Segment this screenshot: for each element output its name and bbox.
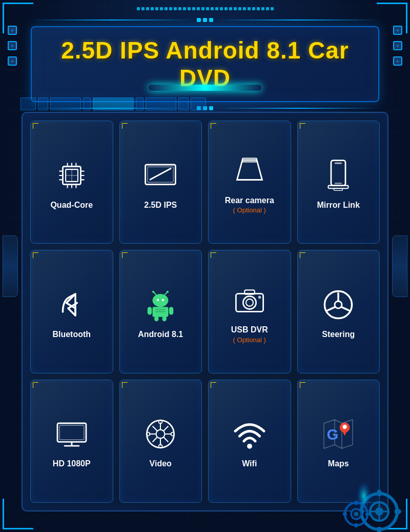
hd1080p-label: HD 1080P (53, 459, 91, 468)
feature-android[interactable]: Android 8.1 (119, 250, 202, 373)
svg-rect-52 (59, 425, 84, 440)
svg-rect-40 (155, 311, 166, 312)
svg-point-29 (152, 291, 154, 293)
feature-hd1080p[interactable]: HD 1080P (30, 380, 113, 503)
right-handle (392, 235, 407, 297)
left-handle (3, 235, 18, 297)
quad-core-label: Quad-Core (50, 200, 93, 210)
rear-camera-sublabel: ( Optional ) (233, 206, 266, 214)
android-label: Android 8.1 (138, 329, 183, 339)
svg-marker-19 (237, 160, 262, 180)
svg-point-43 (246, 299, 253, 306)
right-bolts (393, 26, 402, 66)
svg-line-50 (341, 307, 349, 310)
left-bolts (8, 26, 17, 66)
feature-bluetooth[interactable]: Bluetooth (30, 250, 113, 373)
steering-icon (318, 284, 359, 325)
tech-bar (20, 97, 389, 110)
svg-point-31 (167, 291, 169, 293)
android-icon (140, 284, 181, 325)
corner-decoration-tl (3, 3, 33, 33)
ips-label: 2.5D IPS (144, 200, 177, 210)
usb-dvr-sublabel: ( Optional ) (233, 336, 266, 344)
svg-line-18 (150, 168, 171, 180)
bluetooth-icon (51, 284, 92, 325)
svg-rect-92 (355, 523, 358, 527)
svg-line-62 (163, 437, 169, 442)
svg-rect-36 (169, 307, 173, 314)
svg-point-90 (354, 512, 358, 516)
svg-point-75 (343, 425, 347, 429)
mirror-link-label: Mirror Link (317, 200, 360, 210)
svg-rect-93 (343, 513, 347, 516)
camera-rear-icon (229, 150, 270, 191)
video-label: Video (150, 459, 172, 468)
page-title: 2.5D IPS Android 8.1 Car DVD (47, 36, 363, 92)
corner-decoration-tr (377, 3, 407, 33)
features-grid-container: Quad-Core 2.5D IPS (22, 112, 388, 511)
svg-point-32 (157, 299, 159, 301)
bluetooth-label: Bluetooth (52, 329, 91, 339)
screen-icon (140, 155, 181, 196)
svg-point-95 (356, 481, 372, 511)
maps-label: Maps (328, 459, 349, 468)
title-section: 2.5D IPS Android 8.1 Car DVD (31, 18, 379, 110)
svg-point-69 (247, 444, 252, 449)
feature-wifi[interactable]: Wifi (208, 380, 291, 503)
camera-icon (229, 280, 270, 321)
phone-icon (318, 155, 359, 196)
svg-point-33 (162, 299, 164, 301)
svg-line-63 (163, 426, 169, 431)
wifi-label: Wifi (242, 459, 257, 468)
feature-mirror-link[interactable]: Mirror Link (297, 121, 380, 244)
cyan-accent-bar (149, 85, 261, 91)
dots-decoration (133, 4, 277, 13)
svg-point-27 (153, 294, 169, 307)
feature-ips[interactable]: 2.5D IPS (119, 121, 202, 244)
feature-video[interactable]: Video (119, 380, 202, 503)
steering-label: Steering (322, 329, 355, 339)
svg-rect-23 (335, 162, 342, 164)
wifi-icon (229, 413, 270, 455)
svg-rect-26 (334, 188, 343, 190)
feature-usb-dvr[interactable]: USB DVR ( Optional ) (208, 250, 291, 373)
feature-steering[interactable]: Steering (297, 250, 380, 373)
svg-point-42 (243, 297, 256, 309)
svg-rect-81 (377, 527, 381, 532)
features-grid: Quad-Core 2.5D IPS (30, 121, 380, 503)
svg-rect-22 (331, 160, 345, 185)
cpu-icon (51, 155, 92, 196)
video-icon (140, 413, 181, 455)
svg-rect-24 (335, 183, 342, 184)
svg-marker-76 (343, 431, 347, 436)
svg-rect-80 (377, 490, 381, 496)
svg-point-45 (258, 296, 261, 299)
usb-dvr-label: USB DVR (231, 325, 268, 334)
feature-rear-camera[interactable]: Rear camera ( Optional ) (208, 121, 291, 244)
svg-rect-38 (162, 316, 167, 321)
svg-rect-94 (365, 513, 370, 516)
feature-quad-core[interactable]: Quad-Core (30, 121, 113, 244)
svg-rect-39 (155, 309, 166, 310)
title-border-top (31, 18, 379, 22)
svg-rect-51 (57, 423, 86, 442)
monitor-icon (51, 413, 92, 455)
svg-rect-37 (154, 316, 158, 321)
svg-line-64 (153, 437, 158, 442)
maps-icon: G (318, 413, 359, 455)
svg-text:G: G (327, 426, 339, 443)
svg-rect-35 (148, 307, 152, 314)
svg-line-49 (327, 307, 335, 310)
rear-camera-label: Rear camera (225, 195, 274, 205)
gear-decoration (308, 470, 410, 532)
svg-rect-25 (329, 185, 348, 188)
svg-line-61 (153, 426, 158, 431)
